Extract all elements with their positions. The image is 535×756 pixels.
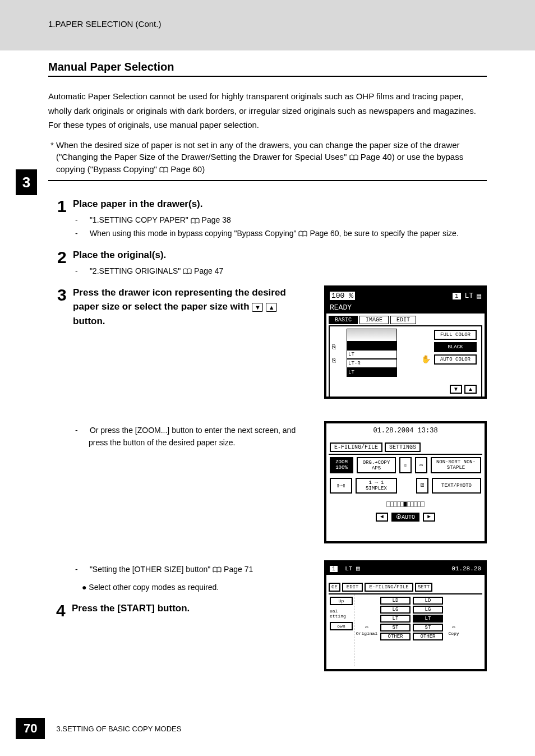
drawer-stack[interactable]: LT LT-R LT [347,329,397,377]
size-other-button[interactable]: OTHER [380,633,411,640]
step-title: Place the original(s). [73,248,487,262]
asterisk-note: * When the desired size of paper is not … [48,139,487,176]
doc-type-icon[interactable]: 🖹 [416,478,428,494]
list-item: - Or press the [ZOOM...] button to enter… [81,425,307,449]
tab-image[interactable]: IMAGE [359,316,389,324]
org-copy-button[interactable]: ORG.➔COPY APS [357,457,396,473]
title-part-b: button. [73,316,105,326]
list-item: - When using this mode in bypass copying… [81,228,487,240]
paper-size-badge: LT [345,565,352,572]
size-ld-button[interactable]: LD [380,597,411,605]
size-lg-button[interactable]: LG [380,606,411,614]
note-text-c: ) [202,164,205,174]
note-ref-a: Page 40 [361,152,392,162]
book-icon [349,154,358,161]
bullet-text: Select other copy modes as required. [89,583,219,592]
drawer-lt2[interactable]: LT [347,368,397,377]
density-slider [326,496,485,513]
tab-sett[interactable]: SETT [415,583,433,592]
list-item: - "Setting the [OTHER SIZE] button" Page… [81,564,307,576]
original-size-column: LD LG LT ST OTHER [379,594,412,666]
drawer-ltr[interactable]: LT-R [347,359,397,368]
step-2: 2 Place the original(s). - "2.SETTING OR… [57,248,487,279]
step-title: Place paper in the drawer(s). [73,197,487,211]
step-title: Press the [START] button. [72,601,307,616]
tab-efiling[interactable]: E-FILING/FILE [330,442,382,452]
list-item: - "1.SETTING COPY PAPER" Page 38 [81,214,487,227]
item-text: "2.SETTING ORIGINALS" [90,266,181,275]
auto-density-button[interactable]: ⦿AUTO [391,513,419,522]
textphoto-button[interactable]: TEXT/PHOTO [432,478,481,494]
book-mode-icon[interactable]: ▯ [399,457,412,473]
arrow-down-button[interactable]: ▼ [450,385,462,394]
zoom-button[interactable]: ZOOM 100% [330,457,353,473]
paper-icon: ▤ [477,292,481,301]
up-button[interactable]: Up [330,597,353,605]
tab-efiling[interactable]: E-FILING/FILE [365,583,413,592]
item-tail: , be sure to specify the paper size. [339,229,459,238]
tab-ge[interactable]: GE [329,583,340,592]
original-icon: ▭ [366,625,368,630]
hand-icon: ✋ [421,354,431,363]
copy-icon: ▭ [453,625,455,630]
book-icon [159,167,168,173]
size-other-button[interactable]: OTHER [413,633,443,640]
item-ref: Page 71 [224,565,253,574]
section-divider [48,180,487,181]
dash: - [82,228,87,240]
item-text: "1.SETTING COPY PAPER" [90,215,188,224]
page-footer: 70 3.SETTING OF BASIC COPY MODES [0,718,535,739]
item-ref: Page 60 [310,229,339,238]
size-lt-button-selected[interactable]: LT [413,615,443,623]
simplex-button[interactable]: 1 → 1 SIMPLEX [356,478,397,494]
item-text: When using this mode in bypass copying "… [90,229,297,238]
book-icon [213,566,222,573]
book-icon [191,218,200,224]
drawer-selected[interactable] [347,341,397,350]
datetime: 01.28.2004 13:38 [326,423,485,442]
step-number: 3 [57,287,73,303]
full-color-button[interactable]: FULL COLOR [434,330,477,340]
size-st-button[interactable]: ST [380,624,411,631]
original-label: Original [356,631,377,636]
size-ld-button[interactable]: LD [413,597,443,605]
arrow-up-button[interactable]: ▲ [464,385,477,394]
page-mode-icon[interactable]: ▭ [415,457,427,473]
status-ready: READY [326,303,485,314]
size-lg-button[interactable]: LG [413,606,443,614]
step-3: 3 Press the drawer icon representing the… [57,285,487,671]
nonsort-button[interactable]: NON-SORT NON-STAPLE [431,457,481,473]
intro-paragraph: Automatic Paper Selection cannot be used… [48,89,487,132]
asterisk: * [50,140,54,150]
lcd-screenshot-settings: 01.28.2004 13:38 E-FILING/FILE SETTINGS … [324,421,487,543]
section-title: Manual Paper Selection [48,61,487,77]
label-fragment: ual etting [330,609,353,619]
duplex-icon[interactable]: ▯→▯ [330,478,352,494]
copy-count: 1 [452,292,462,300]
drawer-lt[interactable]: LT [347,350,397,359]
black-button[interactable]: BLACK [434,342,477,352]
size-st-button[interactable]: ST [413,624,443,631]
book-icon [298,231,307,237]
tab-settings[interactable]: SETTINGS [385,442,421,452]
density-right-button[interactable]: ► [423,513,435,522]
tab-edit[interactable]: EDIT [342,583,363,592]
lcd-screenshot-zoom: 1 LT ▤ 01.28.20 GE EDIT E-FILING/FILE SE… [324,560,487,671]
size-lt-button[interactable]: LT [380,615,411,623]
lcd-screenshot-basic: 100 % 1 LT ▤ READY BASIC IMAGE [324,285,487,399]
step-number: 4 [56,602,72,619]
down-button[interactable]: own [330,622,353,630]
datetime-partial: 01.28.20 [451,565,481,572]
zoom-value: 100 % [330,292,355,300]
item-ref: Page 38 [202,215,231,224]
step-1: 1 Place paper in the drawer(s). - "1.SET… [57,197,487,241]
page-number: 70 [16,718,45,739]
auto-color-button[interactable]: AUTO COLOR [434,354,477,365]
tab-basic[interactable]: BASIC [329,316,358,324]
paper-size-badge: LT [465,292,474,300]
bullet-item: ● Select other copy modes as required. [81,582,307,594]
copy-size-column: LD LG LT ST OTHER [412,594,444,666]
density-left-button[interactable]: ◄ [376,513,388,522]
dash: - [82,265,87,278]
tab-edit[interactable]: EDIT [390,316,416,324]
